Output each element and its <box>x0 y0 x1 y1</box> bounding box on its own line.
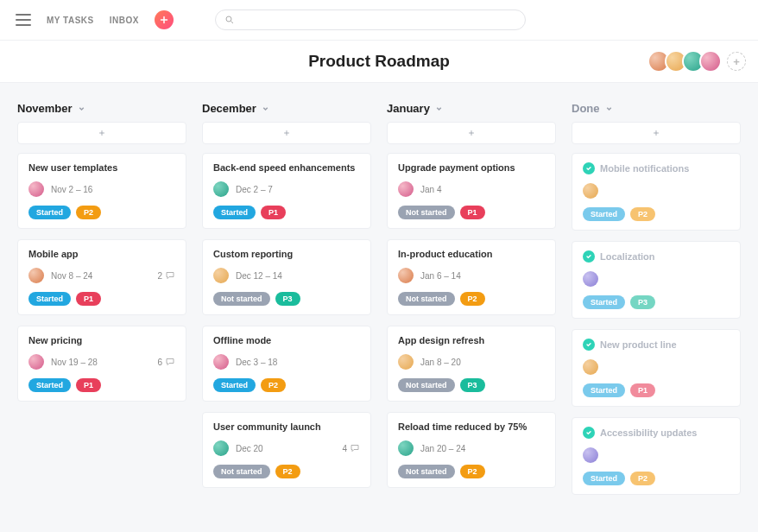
task-card[interactable]: New product lineStartedP1 <box>572 329 741 407</box>
task-card[interactable]: Mobile appNov 8 – 242StartedP1 <box>17 239 186 315</box>
add-button[interactable] <box>155 10 174 29</box>
priority-pill[interactable]: P2 <box>630 472 655 485</box>
card-title: Custom reporting <box>213 249 360 259</box>
assignee-avatar[interactable] <box>213 181 229 197</box>
tag-row: Not startedP2 <box>398 465 545 478</box>
tag-row: StartedP1 <box>213 206 360 219</box>
assignee-avatar[interactable] <box>398 268 414 283</box>
status-pill[interactable]: Not started <box>398 465 455 478</box>
assignee-avatar[interactable] <box>398 181 414 197</box>
status-pill[interactable]: Not started <box>398 206 455 219</box>
board: NovemberNew user templatesNov 2 – 16Star… <box>0 83 758 517</box>
member-avatar[interactable] <box>699 50 722 73</box>
assignee-avatar[interactable] <box>28 268 44 283</box>
task-card[interactable]: New user templatesNov 2 – 16StartedP2 <box>17 153 186 229</box>
add-member-button[interactable]: + <box>727 52 746 71</box>
tag-row: StartedP1 <box>583 383 730 397</box>
assignee-avatar[interactable] <box>213 268 229 283</box>
status-pill[interactable]: Started <box>583 207 625 221</box>
column: NovemberNew user templatesNov 2 – 16Star… <box>17 102 186 505</box>
task-card[interactable]: Accessibility updatesStartedP2 <box>572 417 741 495</box>
page-title: Product Roadmap <box>0 52 758 71</box>
add-card-button[interactable] <box>202 122 371 144</box>
priority-pill[interactable]: P2 <box>460 465 485 478</box>
status-pill[interactable]: Not started <box>398 378 455 392</box>
priority-pill[interactable]: P1 <box>630 383 655 397</box>
plus-icon <box>282 129 291 137</box>
card-title: Mobile notifications <box>583 162 730 174</box>
add-card-button[interactable] <box>387 122 556 144</box>
add-card-button[interactable] <box>572 122 741 144</box>
assignee-avatar[interactable] <box>583 359 598 375</box>
task-card[interactable]: Offline modeDec 3 – 18StartedP2 <box>202 326 371 402</box>
status-pill[interactable]: Started <box>583 383 625 397</box>
priority-pill[interactable]: P3 <box>460 378 485 392</box>
status-pill[interactable]: Not started <box>213 292 270 306</box>
task-card[interactable]: New pricingNov 19 – 286StartedP1 <box>17 326 186 402</box>
assignee-avatar[interactable] <box>583 271 598 287</box>
status-pill[interactable]: Started <box>28 292 71 306</box>
priority-pill[interactable]: P2 <box>261 378 286 392</box>
assignee-avatar[interactable] <box>583 447 598 463</box>
nav-inbox[interactable]: INBOX <box>110 16 139 25</box>
column: DoneMobile notificationsStartedP2Localiz… <box>572 102 741 505</box>
card-title: New product line <box>583 339 730 351</box>
assignee-avatar[interactable] <box>28 181 44 197</box>
task-card[interactable]: LocalizationStartedP3 <box>572 241 741 319</box>
status-pill[interactable]: Started <box>583 472 625 485</box>
column-header[interactable]: January <box>387 102 556 115</box>
priority-pill[interactable]: P3 <box>630 295 655 309</box>
assignee-avatar[interactable] <box>398 354 414 370</box>
status-pill[interactable]: Started <box>583 295 625 309</box>
column-header[interactable]: December <box>202 102 371 115</box>
card-title: Reload time reduced by 75% <box>398 421 545 432</box>
tag-row: Not startedP2 <box>213 465 360 478</box>
task-card[interactable]: App design refreshJan 8 – 20Not startedP… <box>387 326 556 402</box>
task-card[interactable]: Back-end speed enhancementsDec 2 – 7Star… <box>202 153 371 229</box>
priority-pill[interactable]: P1 <box>460 206 485 219</box>
menu-icon[interactable] <box>16 14 31 26</box>
assignee-avatar[interactable] <box>213 354 229 370</box>
status-pill[interactable]: Started <box>213 378 256 392</box>
column-title: December <box>202 102 256 115</box>
card-meta: Jan 4 <box>398 181 545 197</box>
column-header[interactable]: November <box>17 102 186 115</box>
priority-pill[interactable]: P2 <box>460 292 485 306</box>
priority-pill[interactable]: P1 <box>261 206 286 219</box>
task-card[interactable]: In-product educationJan 6 – 14Not starte… <box>387 239 556 315</box>
priority-pill[interactable]: P2 <box>630 207 655 221</box>
tag-row: StartedP2 <box>213 378 360 392</box>
check-icon <box>583 162 595 174</box>
comments-count[interactable]: 2 <box>157 270 175 281</box>
task-card[interactable]: User community launchDec 204Not startedP… <box>202 412 371 488</box>
tag-row: StartedP3 <box>583 295 730 309</box>
status-pill[interactable]: Not started <box>213 465 270 478</box>
priority-pill[interactable]: P2 <box>275 465 300 478</box>
assignee-avatar[interactable] <box>398 440 414 456</box>
task-card[interactable]: Reload time reduced by 75%Jan 20 – 24Not… <box>387 412 556 488</box>
priority-pill[interactable]: P2 <box>76 206 101 219</box>
status-pill[interactable]: Not started <box>398 292 455 306</box>
comments-count[interactable]: 4 <box>342 443 360 453</box>
add-card-button[interactable] <box>17 122 186 144</box>
status-pill[interactable]: Started <box>28 206 71 219</box>
card-title: Accessibility updates <box>583 427 730 439</box>
assignee-avatar[interactable] <box>28 354 44 370</box>
comments-count[interactable]: 6 <box>157 357 175 367</box>
tag-row: Not startedP1 <box>398 206 545 219</box>
search-field[interactable] <box>240 15 516 25</box>
search-input[interactable] <box>215 10 526 30</box>
status-pill[interactable]: Started <box>28 378 71 392</box>
task-card[interactable]: Upgrade payment optionsJan 4Not startedP… <box>387 153 556 229</box>
assignee-avatar[interactable] <box>213 440 229 456</box>
nav-my-tasks[interactable]: MY TASKS <box>47 16 94 25</box>
status-pill[interactable]: Started <box>213 206 256 219</box>
task-card[interactable]: Custom reportingDec 12 – 14Not startedP3 <box>202 239 371 315</box>
assignee-avatar[interactable] <box>583 183 598 199</box>
tag-row: Not startedP3 <box>213 292 360 306</box>
column-header[interactable]: Done <box>572 102 741 115</box>
task-card[interactable]: Mobile notificationsStartedP2 <box>572 153 741 231</box>
priority-pill[interactable]: P1 <box>76 292 101 306</box>
priority-pill[interactable]: P1 <box>76 378 101 392</box>
priority-pill[interactable]: P3 <box>275 292 300 306</box>
